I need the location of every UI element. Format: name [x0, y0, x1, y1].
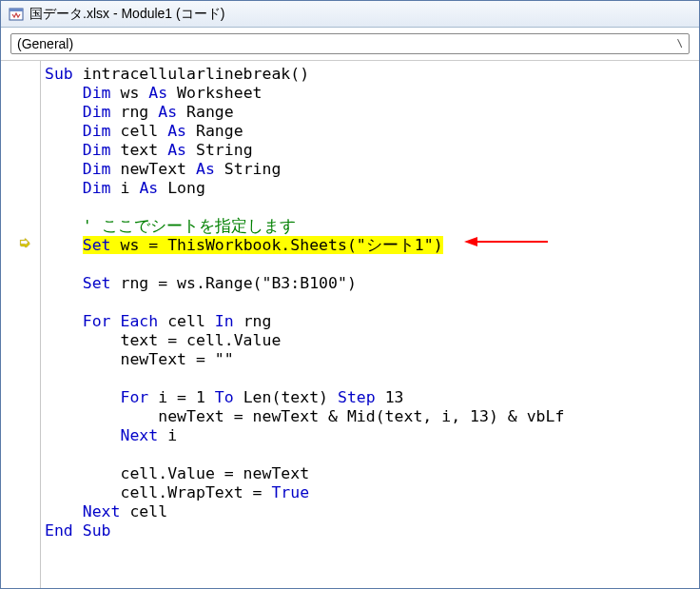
dropdown-value: (General)	[17, 36, 73, 51]
window-title: 国データ.xlsx - Module1 (コード)	[29, 6, 224, 23]
object-dropdown-row: (General) 〵	[1, 28, 699, 61]
code-area: ➭ Sub intracellularlinebreak() Dim ws As…	[1, 61, 699, 589]
code-editor[interactable]: Sub intracellularlinebreak() Dim ws As W…	[41, 61, 699, 589]
titlebar: 国データ.xlsx - Module1 (コード)	[1, 1, 699, 28]
object-dropdown[interactable]: (General) 〵	[10, 33, 690, 54]
code-content[interactable]: Sub intracellularlinebreak() Dim ws As W…	[45, 65, 699, 540]
chevron-down-icon: 〵	[675, 39, 685, 49]
svg-rect-1	[10, 9, 23, 11]
execution-pointer-icon: ➭	[18, 235, 30, 250]
margin-gutter[interactable]: ➭	[1, 61, 41, 589]
vba-module-icon	[9, 7, 24, 22]
